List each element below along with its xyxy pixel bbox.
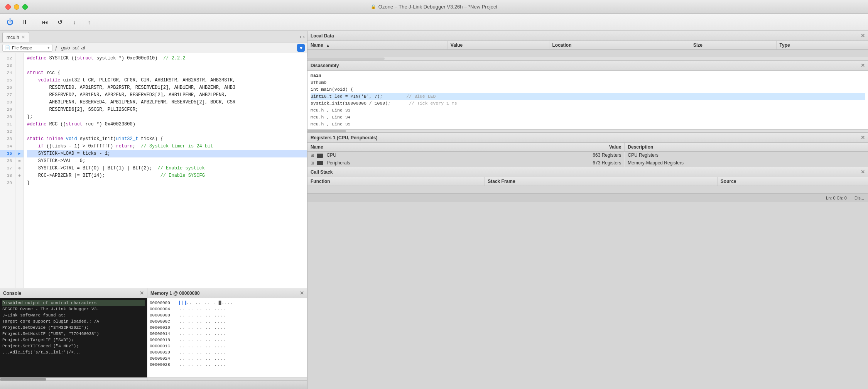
maximize-button[interactable] [22, 4, 28, 10]
mem-data-5: .. .. .. .. .... [179, 331, 226, 337]
disasm-line-int-main: int main(void) { [311, 86, 865, 93]
traffic-lights[interactable] [5, 4, 28, 10]
reg-cpu-expand-icon[interactable]: ⊞ [311, 153, 314, 157]
power-button[interactable]: ⏻ [4, 17, 16, 28]
ln-30: 30 [0, 113, 15, 121]
console-scrollbar[interactable] [0, 377, 147, 381]
code-line-39: } [27, 179, 307, 187]
main-area: mcu.h ✕ ‹ › 📄 File Scope ▾ ƒ gpio_set_af… [0, 31, 868, 389]
reg-col-name[interactable]: Name [307, 143, 487, 151]
ln-32: 32 [0, 128, 15, 135]
ln-25: 25 [0, 77, 15, 84]
mem-data-2: .. .. .. .. .... [179, 312, 226, 318]
ln-26: 26 [0, 84, 15, 91]
callstack-close-icon[interactable]: ✕ [861, 169, 865, 174]
status-dis: Dis... [854, 196, 864, 200]
statusbar [0, 381, 307, 389]
editor-tab-mcu[interactable]: mcu.h ✕ [2, 32, 29, 42]
local-data-close-icon[interactable]: ✕ [861, 33, 865, 38]
marker-38: ⊕ [15, 172, 24, 179]
code-editor[interactable]: 22 23 24 25 26 27 28 29 30 31 32 33 34 3… [0, 53, 307, 288]
scroll-left-btn[interactable]: ‹ [299, 34, 302, 40]
marker-37: ⊕ [15, 165, 24, 172]
reg-row-cpu[interactable]: ⊞ CPU 663 Registers CPU Registers [307, 151, 868, 159]
mem-data-7: .. .. .. .. .... [179, 343, 226, 349]
minimize-button[interactable] [14, 4, 19, 10]
close-button[interactable] [5, 4, 11, 10]
mem-data-4: .. .. .. .. .... [179, 325, 226, 331]
registers-close-icon[interactable]: ✕ [861, 135, 865, 140]
left-bottom: Console ✕ Disabled output of control cha… [0, 288, 307, 381]
reg-cpu-name: ⊞ CPU [307, 151, 487, 159]
reg-col-desc[interactable]: Description [625, 143, 868, 151]
disassembly-close-icon[interactable]: ✕ [861, 63, 865, 68]
mem-data-10: .. .. .. .. .... [179, 362, 226, 368]
memory-row-10: 00000028 .. .. .. .. .... [150, 362, 305, 368]
ln-31: 31 [0, 121, 15, 128]
mem-addr-1: 00000004 [150, 306, 177, 312]
disassembly-title: Disassembly [311, 63, 339, 68]
ln-24: 24 [0, 69, 15, 77]
callstack-col-stackframe[interactable]: Stack Frame [485, 177, 718, 186]
mem-addr-5: 00000014 [150, 331, 177, 337]
step-into-button[interactable]: ↓ [68, 17, 81, 28]
marker-22 [15, 55, 24, 62]
reg-periph-desc: Memory-Mapped Registers [625, 159, 868, 167]
callstack-title: Call Stack [311, 169, 333, 175]
step-back-button[interactable]: ⏮ [39, 17, 51, 28]
local-data-col-size[interactable]: Size [690, 41, 776, 49]
scroll-right-btn[interactable]: › [302, 34, 306, 40]
func-dropdown-btn[interactable]: ▾ [297, 44, 305, 52]
local-data-header: Local Data ✕ [307, 31, 868, 41]
memory-scrollbar[interactable] [147, 377, 307, 381]
callstack-col-function[interactable]: Function [307, 177, 485, 186]
disasm-content[interactable]: main $Thumb int main(void) { uint16_t le… [307, 71, 868, 129]
tab-close-icon[interactable]: ✕ [22, 35, 25, 40]
local-data-scrollbar[interactable] [307, 57, 868, 60]
reg-row-peripherals[interactable]: ⊞ Peripherals 673 Registers Memory-Mappe… [307, 159, 868, 167]
code-line-36: SYSTICK->VAL = 0; [27, 157, 307, 165]
memory-output[interactable]: 00000000 ██.. .. .. . █.... 00000004 .. … [147, 298, 307, 377]
console-output[interactable]: Disabled output of control characters SE… [0, 298, 147, 377]
local-data-col-value[interactable]: Value [447, 41, 549, 49]
reg-col-value[interactable]: Value [487, 143, 624, 151]
local-data-panel: Local Data ✕ Name ▲ Value Location Size … [307, 31, 868, 61]
local-data-table: Name ▲ Value Location Size Type [307, 41, 868, 57]
status-ln-ch: Ln: 0 Ch: 0 [826, 196, 847, 200]
editor-tabbar-right: ‹ › [299, 31, 307, 42]
mem-addr-3: 0000000C [150, 318, 177, 325]
disasm-scrollbar[interactable] [307, 129, 868, 132]
mem-data-6: .. .. .. .. .... [179, 337, 226, 343]
local-data-col-name[interactable]: Name ▲ [307, 41, 447, 49]
disasm-line-34: mcu.h , Line 34 [311, 114, 865, 121]
console-close-icon[interactable]: ✕ [140, 291, 144, 296]
disasm-line-main: main [311, 72, 865, 79]
local-data-col-location[interactable]: Location [549, 41, 690, 49]
memory-row-0: 00000000 ██.. .. .. . █.... [150, 300, 305, 306]
local-data-col-type[interactable]: Type [776, 41, 868, 49]
mem-data-9: .. .. .. .. .... [179, 355, 226, 362]
code-line-35: SYSTICK->LOAD = ticks - 1; [27, 150, 307, 157]
mem-addr-7: 0000001C [150, 343, 177, 349]
marker-30 [15, 113, 24, 121]
marker-35: ▶ [15, 150, 24, 157]
code-line-30: }; [27, 113, 307, 121]
disasm-line-33: mcu.h , Line 33 [311, 107, 865, 114]
console-line-8: ...AdlC_if1('s/t_s._lnl;')/<... [2, 349, 145, 355]
mem-addr-2: 00000008 [150, 312, 177, 318]
step-out-button[interactable]: ↑ [83, 17, 95, 28]
console-panel: Console ✕ Disabled output of control cha… [0, 288, 147, 381]
code-line-26: RESERVED0, APB1RSTR, APB2RSTR, RESERVED1… [27, 84, 307, 91]
code-line-29: RESERVED6[2], SSCGR, PLLI2SCFGR; [27, 106, 307, 113]
scope-file-icon: 📄 [5, 45, 10, 50]
callstack-col-source[interactable]: Source [717, 177, 868, 186]
scope-select[interactable]: 📄 File Scope ▾ [2, 44, 52, 52]
pause-button[interactable]: ⏸ [19, 17, 31, 28]
memory-close-icon[interactable]: ✕ [300, 291, 304, 296]
code-line-24: struct rcc { [27, 69, 307, 77]
reg-periph-expand-icon[interactable]: ⊞ [311, 161, 314, 165]
code-content[interactable]: #define SYSTICK ((struct systick *) 0xe0… [24, 53, 307, 288]
ln-38: 38 [0, 172, 15, 179]
step-over-button[interactable]: ↺ [54, 17, 66, 28]
marker-23 [15, 62, 24, 69]
